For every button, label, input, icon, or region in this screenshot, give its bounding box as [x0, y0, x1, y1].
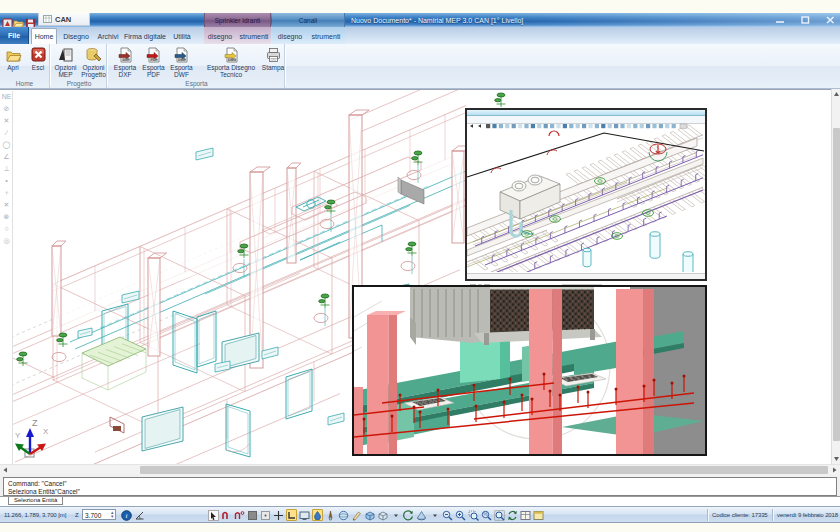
box-3d-alt-icon[interactable] [377, 509, 388, 521]
close-button[interactable] [823, 15, 836, 25]
zoom-out-icon[interactable] [442, 509, 453, 521]
viewport-window-render[interactable] [352, 285, 707, 456]
osnap-icon-9[interactable]: ✕ [0, 199, 13, 211]
grid-toggle-icon[interactable] [247, 509, 258, 521]
workspace-label: CAN [55, 15, 71, 24]
command-prompt-tab[interactable]: Seleziona Entità [8, 497, 63, 505]
command-input[interactable]: Seleziona Entità [0, 496, 840, 506]
viewport-statusbar [467, 273, 705, 279]
tab-sprinkler-strumenti[interactable]: strumenti [238, 28, 270, 44]
box-3d-icon[interactable] [364, 509, 375, 521]
svg-text:i: i [126, 512, 128, 520]
restore-button[interactable] [798, 15, 811, 25]
scroll-down-arrow[interactable] [832, 454, 840, 464]
quick-access-toolbar [0, 13, 35, 27]
selection-arrow-icon[interactable] [208, 509, 219, 521]
osnap-icon-12[interactable]: ◎ [0, 235, 13, 247]
sphere-view-icon[interactable] [338, 509, 349, 521]
crosshair-toggle-icon[interactable] [273, 509, 284, 521]
vertical-scroll-thumb[interactable] [833, 128, 840, 441]
zoom-in-icon[interactable] [455, 509, 466, 521]
export-dwg-icon: DWG [223, 47, 240, 63]
ucs-toggle-icon[interactable] [286, 509, 297, 521]
osnap-icon-2[interactable]: ✕ [0, 115, 13, 127]
svg-text:PDF: PDF [151, 58, 157, 62]
polar-toggle-icon[interactable] [234, 509, 245, 521]
ribbon-group-label: Progetto [52, 80, 106, 87]
stampa-button[interactable]: Stampa [262, 45, 284, 82]
ortho-toggle-icon[interactable] [221, 509, 232, 521]
cone-view-icon[interactable] [416, 509, 427, 521]
statusbar-date: venerdì 9 febbraio 2018 [777, 512, 838, 518]
angle-icon[interactable] [134, 509, 145, 521]
layout-icon[interactable] [520, 509, 531, 521]
lwt-toggle-icon[interactable] [312, 509, 323, 521]
zoom-scale-icon[interactable]: % [481, 509, 492, 521]
viewport-window-wireframe[interactable] [465, 108, 707, 281]
osnap-icon-6[interactable]: ⊥ [0, 163, 13, 175]
osnap-icon-3[interactable]: ∕ [0, 127, 13, 139]
horizontal-scroll-thumb[interactable] [140, 466, 828, 474]
snap-toggle-icon[interactable] [260, 509, 271, 521]
model-space-icon[interactable] [299, 509, 310, 521]
osnap-icon-11[interactable]: ○ [0, 223, 13, 235]
tab-home[interactable]: Home [31, 28, 57, 44]
tab-archivi[interactable]: Archivi [94, 28, 122, 44]
print-icon [265, 47, 282, 63]
axis-x-label: X [43, 427, 49, 436]
scroll-up-arrow[interactable] [832, 89, 840, 99]
contextual-group-canali[interactable]: Canali [272, 13, 345, 27]
tab-sprinkler-disegno[interactable]: disegno [203, 28, 237, 44]
export-pdf-icon: PDF [145, 47, 162, 63]
contextual-group-sprinkler-idranti[interactable]: Sprinkler Idranti [204, 13, 271, 27]
horizontal-scrollbar[interactable] [0, 464, 840, 474]
tab-utilita[interactable]: Utilità [168, 28, 196, 44]
command-history[interactable]: Command: "Cancel" Seleziona Entità"Cance… [3, 477, 837, 496]
orbit-icon[interactable] [403, 509, 414, 521]
svg-text:DWG: DWG [228, 58, 236, 62]
tab-file[interactable]: File [0, 27, 29, 44]
export-dwf-icon: DWF [173, 47, 190, 63]
opzioni-mep-button[interactable]: Opzioni MEP [52, 45, 79, 82]
tab-canali-disegno[interactable]: disegno [274, 28, 306, 44]
esporta-disegno-tecnico-button[interactable]: DWG Esporta Disegno Tecnico [201, 45, 261, 82]
workspace-selector[interactable]: CAN [38, 13, 90, 26]
window-tile-icon[interactable] [533, 509, 544, 521]
vertical-scrollbar[interactable] [831, 89, 840, 464]
save-icon[interactable] [25, 15, 35, 26]
osnap-icon-0[interactable]: NE [0, 91, 13, 103]
osnap-icon-8[interactable]: ＋ [0, 187, 13, 199]
grid-icon [43, 15, 52, 23]
app-icon[interactable] [2, 15, 12, 26]
zoom-extents-icon[interactable] [494, 509, 505, 521]
opzioni-progetto-button[interactable]: Opzioni Progetto [80, 45, 107, 82]
viewport-toolbar[interactable] [467, 116, 705, 124]
tab-canali-strumenti[interactable]: strumenti [308, 28, 344, 44]
esporta-dxf-button[interactable]: DXF Esporta DXF [111, 45, 139, 82]
esci-button[interactable]: Esci [26, 45, 50, 82]
osnap-icon-5[interactable]: ∠ [0, 151, 13, 163]
z-spinner[interactable]: ▴▾ [111, 510, 113, 518]
esporta-dwf-button[interactable]: DWF Esporta DWF [168, 45, 195, 82]
regen-icon[interactable] [507, 509, 518, 521]
minimize-button[interactable] [773, 15, 786, 25]
dropdown-icon[interactable] [390, 509, 401, 521]
zoom-window-icon[interactable] [468, 509, 479, 521]
osnap-icon-1[interactable]: ⊘ [0, 103, 13, 115]
tab-firma-digitale[interactable]: Firma digitale [124, 28, 166, 44]
osnap-icon-10[interactable]: ⊗ [0, 211, 13, 223]
esporta-pdf-button[interactable]: PDF Esporta PDF [140, 45, 167, 82]
osnap-toolbar: NE⊘✕∕◯∠⊥•＋✕⊗○◎ [0, 91, 13, 464]
dropdown-icon2[interactable] [429, 509, 440, 521]
viewport-drawing [467, 124, 705, 273]
compass-icon[interactable] [325, 509, 336, 521]
info-icon[interactable]: i [121, 509, 132, 521]
osnap-icon-4[interactable]: ◯ [0, 139, 13, 151]
project-options-icon [85, 47, 102, 63]
osnap-icon-7[interactable]: • [0, 175, 13, 187]
drawing-canvas[interactable]: NE⊘✕∕◯∠⊥•＋✕⊗○◎ Z X Y [0, 89, 831, 464]
apri-button[interactable]: Apri [1, 45, 25, 82]
open-folder-icon[interactable] [13, 15, 23, 26]
pen-tool-icon[interactable] [351, 509, 362, 521]
tab-disegno[interactable]: Disegno [60, 28, 92, 44]
